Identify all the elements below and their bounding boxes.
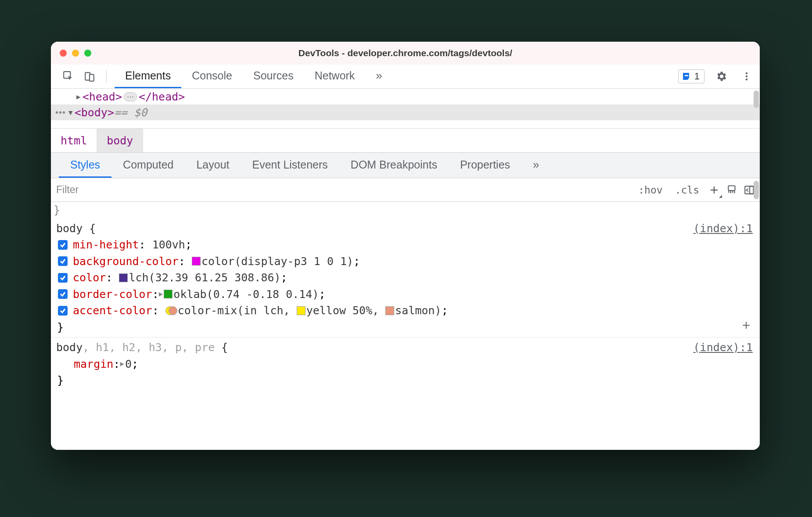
subtab-properties[interactable]: Properties	[449, 153, 521, 178]
dom-scrollbar[interactable]	[754, 90, 759, 108]
subtab-layout[interactable]: Layout	[185, 153, 241, 178]
decl-checkbox[interactable]	[58, 306, 68, 316]
crumb-html[interactable]: html	[51, 129, 97, 152]
subtab-event-listeners[interactable]: Event Listeners	[241, 153, 339, 178]
svg-rect-9	[750, 186, 754, 194]
svg-rect-3	[685, 75, 688, 76]
row-actions-icon[interactable]: •••	[55, 108, 66, 118]
cls-toggle[interactable]: .cls	[669, 184, 705, 196]
styles-scrollbar[interactable]	[754, 181, 759, 199]
color-swatch-green[interactable]	[164, 290, 172, 298]
eq0-marker: == $0	[114, 106, 147, 119]
ellipsis-badge[interactable]: ⋯	[124, 92, 137, 101]
decl-border-color[interactable]: border-color:▶oklab(0.74 -0.18 0.14);	[54, 286, 755, 303]
expand-icon[interactable]: ▶	[120, 359, 124, 369]
rule-body-etc: body, h1, h2, h3, p, pre { (index):1 mar…	[51, 337, 760, 391]
subtabs-overflow[interactable]: »	[521, 153, 550, 178]
rule-body: body { (index):1 min-height: 100vh; back…	[51, 219, 760, 338]
tab-console[interactable]: Console	[181, 65, 243, 88]
dom-row-body[interactable]: ••• ▼ <body> == $0	[51, 104, 760, 120]
decl-color[interactable]: color: lch(32.39 61.25 308.86);	[54, 269, 755, 286]
subtab-dom-breakpoints[interactable]: DOM Breakpoints	[339, 153, 449, 178]
window-minimize-button[interactable]	[72, 50, 79, 57]
brush-icon[interactable]	[723, 181, 740, 199]
decl-min-height[interactable]: min-height: 100vh;	[54, 237, 755, 253]
inspect-icon[interactable]	[60, 68, 77, 85]
color-swatch-salmon[interactable]	[385, 306, 394, 315]
color-mix-swatch[interactable]	[165, 305, 177, 316]
settings-icon[interactable]	[712, 68, 730, 85]
window-close-button[interactable]	[60, 50, 67, 57]
rule-selector[interactable]: body, h1, h2, h3, p, pre {	[56, 339, 228, 356]
tab-elements[interactable]: Elements	[115, 65, 181, 88]
window-title: DevTools - developer.chrome.com/tags/dev…	[51, 48, 760, 58]
svg-rect-2	[90, 75, 94, 81]
issues-button[interactable]: 1	[678, 69, 704, 83]
traffic-lights	[51, 50, 91, 57]
decl-checkbox[interactable]	[58, 256, 68, 266]
tab-sources[interactable]: Sources	[243, 65, 304, 88]
filter-input[interactable]	[51, 180, 632, 199]
subtab-computed[interactable]: Computed	[111, 153, 185, 178]
collapse-icon[interactable]: ▼	[68, 108, 73, 117]
dom-row-head[interactable]: ▶<head>⋯</head>	[51, 89, 760, 104]
color-swatch-yellow[interactable]	[297, 306, 305, 315]
titlebar: DevTools - developer.chrome.com/tags/dev…	[51, 42, 760, 65]
rule-close: }	[54, 319, 755, 336]
main-toolbar: Elements Console Sources Network » 1	[51, 65, 760, 89]
decl-background-color[interactable]: background-color: color(display-p3 1 0 1…	[54, 253, 755, 270]
decl-checkbox[interactable]	[58, 273, 68, 283]
toolbar-right: 1	[678, 68, 755, 85]
kebab-menu-icon[interactable]	[738, 68, 755, 85]
devtools-window: DevTools - developer.chrome.com/tags/dev…	[51, 42, 760, 450]
svg-point-4	[746, 72, 747, 74]
breadcrumb: html body	[51, 128, 760, 153]
source-link[interactable]: (index):1	[693, 339, 753, 356]
rule-close: }	[54, 372, 755, 389]
expand-icon[interactable]: ▶	[76, 93, 81, 101]
source-link[interactable]: (index):1	[693, 220, 753, 237]
expand-icon[interactable]: ▶	[159, 289, 163, 299]
rule-selector[interactable]: body {	[56, 220, 96, 237]
tabs-overflow[interactable]: »	[365, 65, 392, 88]
svg-point-6	[746, 79, 747, 80]
decl-margin[interactable]: margin:▶0;	[54, 356, 755, 373]
decl-checkbox[interactable]	[58, 289, 68, 299]
issues-count: 1	[694, 71, 700, 82]
styles-pane[interactable]: } body { (index):1 min-height: 100vh; ba…	[51, 202, 760, 450]
decl-checkbox[interactable]	[58, 240, 68, 250]
svg-point-5	[746, 75, 747, 77]
window-zoom-button[interactable]	[84, 50, 91, 57]
color-swatch-magenta[interactable]	[192, 257, 201, 266]
add-declaration-button[interactable]: ＋	[740, 315, 753, 334]
crumb-body[interactable]: body	[97, 129, 143, 152]
hov-toggle[interactable]: :hov	[632, 184, 668, 196]
main-tabs: Elements Console Sources Network »	[115, 65, 675, 88]
new-style-rule-icon[interactable]	[705, 181, 723, 199]
device-toggle-icon[interactable]	[81, 68, 98, 85]
filter-bar: :hov .cls	[51, 178, 760, 202]
dom-tree[interactable]: ▶<head>⋯</head> ••• ▼ <body> == $0	[51, 89, 760, 128]
sub-tabs: Styles Computed Layout Event Listeners D…	[51, 153, 760, 178]
color-swatch-purple[interactable]	[119, 273, 128, 282]
decl-accent-color[interactable]: accent-color: color-mix(in lch, yellow 5…	[54, 302, 755, 319]
tab-network[interactable]: Network	[304, 65, 366, 88]
rule-close-prev: }	[51, 202, 760, 219]
subtab-styles[interactable]: Styles	[59, 153, 111, 178]
separator	[106, 70, 107, 83]
svg-rect-7	[728, 186, 735, 190]
